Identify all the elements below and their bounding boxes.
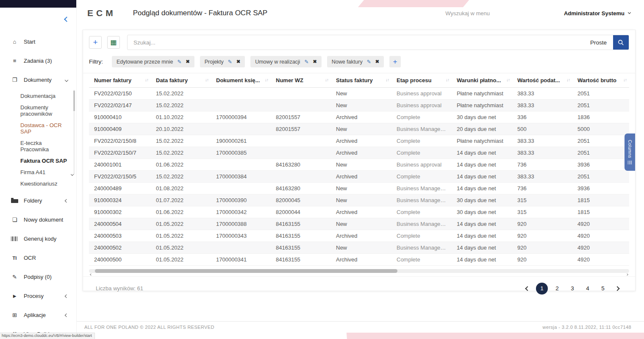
- close-icon[interactable]: ✖: [236, 59, 240, 64]
- sidebar-item-start[interactable]: ⌂Start: [0, 32, 76, 51]
- column-header-etap-procesu[interactable]: Etap procesu↓↑: [391, 73, 452, 88]
- close-icon[interactable]: ✖: [375, 59, 379, 64]
- table-row[interactable]: 24000050001.05.2022170000034184163155Arc…: [89, 254, 629, 266]
- column-header-status-faktury[interactable]: Status faktury↓↑: [331, 73, 391, 88]
- export-excel-button[interactable]: ▦: [107, 36, 120, 49]
- sidebar-subitem-dostawca-ocr-sap[interactable]: Dostawca - OCR SAP: [0, 119, 76, 137]
- edit-icon[interactable]: ✎: [367, 59, 371, 65]
- table-row[interactable]: 91000041001.10.2022170000039482001557Arc…: [89, 111, 629, 123]
- cell: [271, 135, 331, 147]
- edit-icon[interactable]: ✎: [228, 59, 232, 65]
- sidebar-item-foldery[interactable]: Foldery: [0, 191, 76, 210]
- column-header-numer-faktury[interactable]: Numer faktury↓↑: [89, 73, 151, 88]
- sort-icons[interactable]: ↓↑: [205, 78, 208, 82]
- filter-chip-edytowane-przeze-mnie[interactable]: Edytowane przeze mnie✎✖: [112, 56, 194, 67]
- menu-search-input[interactable]: Wyszukaj w menu: [445, 10, 490, 17]
- table-row[interactable]: 24000048901.08.202284163280NewBusiness M…: [89, 183, 629, 195]
- sidebar-item-nowy-dokument[interactable]: ❏Nowy dokument: [0, 210, 76, 229]
- page-button-4[interactable]: 4: [582, 283, 594, 295]
- sort-icons[interactable]: ↓↑: [325, 78, 328, 82]
- cell: 4920: [572, 254, 629, 266]
- sort-icons[interactable]: ↓↑: [265, 78, 268, 82]
- sidebar-item-ocr[interactable]: TIOCR: [0, 248, 76, 267]
- cell: 01.07.2022: [151, 195, 211, 206]
- sidebar-collapse-button[interactable]: [63, 15, 70, 23]
- table-row[interactable]: 91000040920.10.202282001557NewBusiness M…: [89, 123, 629, 135]
- sidebar-subitem-dokumenty-pracownik-w[interactable]: Dokumenty pracowników: [0, 102, 76, 119]
- sidebar-subitem-firma-a41[interactable]: Firma A41: [0, 167, 76, 178]
- table-row[interactable]: 24000050201.05.202284163155NewBusiness M…: [89, 242, 629, 254]
- table-row[interactable]: FV2022/02/14715.02.2022NewBusiness appro…: [89, 100, 629, 111]
- sidebar-item-dokumenty[interactable]: ❐Dokumenty: [0, 70, 76, 89]
- add-filter-button[interactable]: +: [389, 56, 401, 67]
- search-button[interactable]: [613, 35, 629, 50]
- page-button-5[interactable]: 5: [597, 283, 609, 295]
- page-button-1[interactable]: 1: [536, 283, 548, 295]
- sidebar-item-label: Zadania (3): [24, 58, 52, 64]
- table-row[interactable]: 24000100101.06.202284163280NewBusiness a…: [89, 159, 629, 171]
- column-header-warunki-p-atno[interactable]: Warunki płatno...↓↑: [452, 73, 512, 88]
- column-header-data-faktury[interactable]: Data faktury↓↑: [151, 73, 211, 88]
- barcode-icon: [11, 236, 18, 241]
- table-row[interactable]: FV2022/02/150/515.02.20221700000384Archi…: [89, 171, 629, 183]
- sort-icons[interactable]: ↓↑: [145, 78, 148, 82]
- home-icon: ⌂: [11, 39, 18, 45]
- sidebar-subitem-e-teczka-pracownika[interactable]: E-teczka Pracownika: [0, 137, 76, 155]
- sidebar-item-aplikacje[interactable]: ⊞Aplikacje: [0, 306, 76, 325]
- sort-icons[interactable]: ↓↑: [446, 78, 449, 82]
- sidebar-item-label: Foldery: [24, 197, 42, 204]
- sidebar-subitem-dokumentacja[interactable]: Dokumentacja: [0, 90, 76, 102]
- filter-chip-nowe-faktury[interactable]: Nowe faktury✎✖: [327, 56, 384, 67]
- add-document-button[interactable]: +: [89, 36, 102, 49]
- edit-icon[interactable]: ✎: [177, 59, 181, 65]
- table-row[interactable]: 91000030201.06.2022170000034282000044Arc…: [89, 206, 629, 218]
- cell: New: [331, 183, 391, 195]
- search-input[interactable]: [128, 39, 590, 46]
- cell: 336: [512, 111, 572, 123]
- page-button-3[interactable]: 3: [566, 283, 578, 295]
- table-row[interactable]: 24000050401.05.2022170000038884163155New…: [89, 218, 629, 230]
- previous-page-button[interactable]: [522, 283, 533, 294]
- sidebar-scrollbar-thumb[interactable]: [73, 91, 75, 111]
- sort-icons[interactable]: ↓↑: [623, 78, 627, 82]
- sort-icons[interactable]: ↓↑: [566, 78, 570, 82]
- table-row[interactable]: FV2022/02/150/715.02.20221700000385Archi…: [89, 147, 629, 159]
- scroll-right-icon[interactable]: [626, 270, 628, 277]
- user-menu[interactable]: Administrator Systemu: [564, 10, 630, 17]
- columns-panel-tab[interactable]: Columns: [625, 133, 635, 171]
- cell: New: [331, 88, 391, 100]
- sort-icons[interactable]: ↓↑: [386, 78, 389, 82]
- column-header-dokument-ksi[interactable]: Dokument księ...↓↑: [211, 73, 271, 88]
- sidebar-item-zadania-3[interactable]: ≡Zadania (3): [0, 51, 76, 70]
- page-button-2[interactable]: 2: [551, 283, 563, 295]
- sort-icons[interactable]: ↓↑: [506, 78, 510, 82]
- scroll-left-icon[interactable]: [90, 270, 92, 277]
- sidebar-subitem-kwestionariusz[interactable]: Kwestionariusz: [0, 178, 76, 189]
- horizontal-scrollbar[interactable]: [89, 269, 629, 273]
- submenu-scroll-down-icon[interactable]: [71, 170, 73, 177]
- close-icon[interactable]: ✖: [313, 59, 316, 64]
- table-row[interactable]: FV2022/02/15015.02.2022NewBusiness appro…: [89, 88, 629, 100]
- table-row[interactable]: 24000050301.05.2022170000034384163155Arc…: [89, 230, 629, 242]
- cell: 910000324: [89, 195, 151, 206]
- sidebar-item-label: Start: [24, 39, 35, 45]
- column-header-warto-podat[interactable]: Wartość podat...↓↑: [512, 73, 572, 88]
- cell: 01.05.2022: [151, 218, 211, 230]
- column-header-warto-brutto[interactable]: Wartość brutto↓↑: [572, 73, 629, 88]
- filter-chip-umowy-w-realizacji[interactable]: Umowy w realizacji✎✖: [250, 56, 322, 67]
- next-page-button[interactable]: [612, 283, 622, 294]
- cell: New: [331, 218, 391, 230]
- sidebar-subitem-faktura-ocr-sap[interactable]: Faktura OCR SAP: [0, 155, 76, 167]
- search-mode-label[interactable]: Proste: [590, 39, 607, 46]
- sidebar-item-generuj-kody[interactable]: Generuj kody: [0, 229, 76, 248]
- close-icon[interactable]: ✖: [186, 59, 189, 64]
- cell: FV2022/02/150: [89, 88, 151, 100]
- sidebar-item-procesy[interactable]: ▶Procesy: [0, 286, 76, 306]
- table-row[interactable]: 91000032401.07.2022170000039082000045New…: [89, 195, 629, 206]
- filter-chip-projekty[interactable]: Projekty✎✖: [200, 56, 245, 67]
- scrollbar-thumb[interactable]: [95, 269, 397, 273]
- sidebar-item-podpisy-0[interactable]: ✎Podpisy (0): [0, 267, 76, 286]
- column-header-numer-wz[interactable]: Numer WZ↓↑: [271, 73, 331, 88]
- edit-icon[interactable]: ✎: [304, 59, 308, 65]
- table-row[interactable]: FV2022/02/150/815.02.20221900000261Archi…: [89, 135, 629, 147]
